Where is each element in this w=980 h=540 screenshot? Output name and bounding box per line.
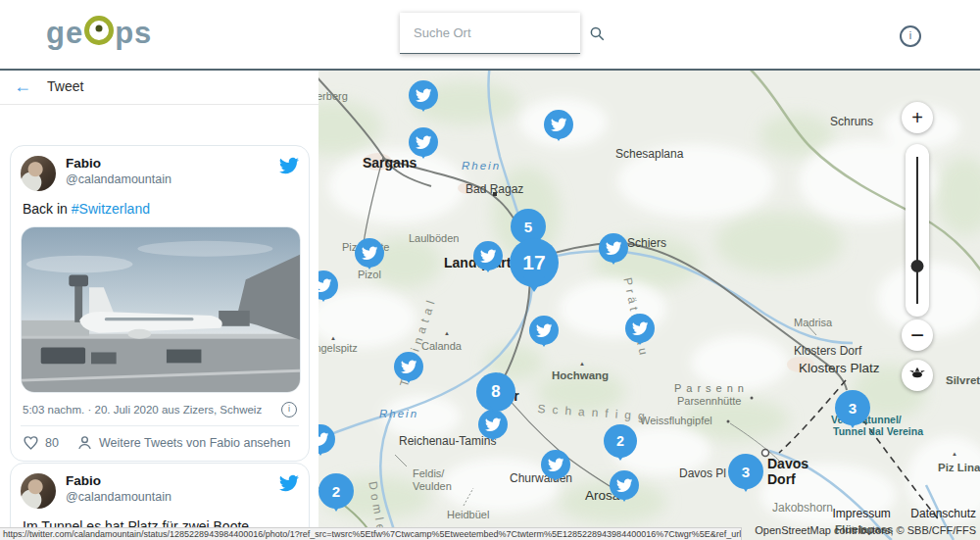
twitter-bird-icon	[480, 248, 497, 265]
zoom-out-button[interactable]: −	[902, 319, 933, 351]
twitter-bird-icon	[616, 477, 633, 494]
datenschutz-link[interactable]: Datenschutz	[910, 507, 976, 520]
avatar[interactable]	[21, 473, 56, 509]
tweet-text: Back in #Switzerland	[23, 201, 297, 217]
tweet-handle[interactable]: @calandamountain	[66, 172, 172, 188]
marker-tail	[538, 338, 550, 350]
twitter-logo-icon[interactable]	[279, 156, 299, 175]
twitter-bird-icon	[548, 457, 564, 473]
map-tweet-marker[interactable]	[529, 316, 559, 345]
tweet-photo[interactable]	[21, 226, 301, 393]
logo-o-icon	[84, 16, 114, 45]
attribution-text: OpenStreetMap contributors, © SBB/CFF/FF…	[755, 523, 976, 537]
search-icon[interactable]	[588, 25, 606, 42]
search-input[interactable]	[412, 25, 588, 41]
logo-text-ge: ge	[46, 16, 83, 50]
twitter-bird-icon	[401, 359, 417, 375]
map[interactable]: erbergSargansRheinRheinBad RagazSchesapl…	[318, 69, 980, 540]
twitter-bird-icon	[536, 322, 553, 339]
marker-tail	[634, 336, 646, 348]
twitter-bird-icon	[551, 117, 567, 133]
twitter-bird-icon	[416, 134, 432, 151]
tweet-info-icon[interactable]: i	[281, 402, 297, 417]
map-tweet-marker[interactable]	[541, 450, 570, 479]
zoom-slider-handle[interactable]	[911, 260, 924, 272]
marker-tail	[613, 451, 627, 464]
marker-tail	[417, 150, 429, 162]
marker-tail	[329, 501, 343, 515]
cluster-count: 17	[522, 251, 545, 274]
map-tweet-marker[interactable]	[355, 238, 384, 268]
marker-tail	[318, 293, 329, 305]
marker-tail	[550, 472, 562, 484]
person-icon[interactable]	[76, 434, 93, 451]
marker-tail	[739, 481, 753, 495]
marker-tail	[846, 417, 859, 431]
marker-tail	[487, 432, 499, 444]
marker-tail	[417, 103, 429, 115]
fly-icon	[908, 365, 926, 387]
map-tweet-marker[interactable]	[409, 80, 438, 110]
twitter-bird-icon	[318, 431, 328, 448]
marker-tail	[482, 264, 494, 275]
twitter-bird-icon	[362, 245, 378, 262]
map-cluster-marker[interactable]: 8	[476, 372, 515, 412]
more-tweets-link[interactable]: Weitere Tweets von Fabio ansehen	[99, 436, 291, 450]
tweet-card: Fabio@calandamountainBack in #Switzerlan…	[10, 145, 310, 462]
impressum-link[interactable]: Impressum	[833, 507, 891, 520]
map-attribution: Impressum Datenschutz OpenStreetMap cont…	[755, 503, 976, 537]
cluster-count: 3	[849, 400, 857, 417]
twitter-logo-icon[interactable]	[279, 473, 299, 493]
marker-tail	[618, 493, 630, 505]
map-tweet-marker[interactable]	[473, 241, 503, 270]
marker-tail	[488, 403, 504, 417]
map-tweet-marker[interactable]	[625, 314, 655, 343]
map-cluster-marker[interactable]: 2	[604, 424, 637, 458]
hashtag-link[interactable]: #Switzerland	[72, 201, 150, 217]
map-cluster-marker[interactable]: 3	[835, 390, 870, 425]
tweet-sidebar: ← Tweet Fabio@calandamountainBack in #Sw…	[0, 69, 318, 540]
back-arrow-icon[interactable]: ←	[14, 77, 31, 95]
sidebar-title: Tweet	[47, 78, 83, 94]
marker-tail	[403, 374, 415, 386]
marker-tail	[523, 276, 545, 295]
tweet-author[interactable]: Fabio	[66, 156, 172, 172]
cluster-count: 3	[742, 464, 750, 480]
map-tweet-marker[interactable]	[409, 127, 438, 157]
marker-tail	[608, 256, 619, 268]
app-header: geps i	[0, 0, 980, 71]
zoom-slider[interactable]	[906, 144, 929, 317]
tweet-author[interactable]: Fabio	[66, 473, 172, 490]
fly-mode-button[interactable]	[902, 360, 933, 391]
map-tweet-marker[interactable]	[544, 110, 573, 139]
sidebar-header: ← Tweet	[0, 69, 318, 105]
cluster-count: 2	[616, 433, 624, 449]
twitter-bird-icon	[416, 87, 432, 104]
zoom-in-button[interactable]: +	[902, 102, 933, 133]
geops-logo[interactable]: geps	[46, 14, 152, 51]
map-tweet-marker[interactable]	[599, 233, 628, 263]
search-box	[400, 13, 580, 54]
map-cluster-marker[interactable]: 3	[728, 454, 763, 489]
twitter-bird-icon	[606, 240, 622, 257]
info-button[interactable]: i	[900, 25, 921, 47]
twitter-bird-icon	[632, 320, 649, 337]
cluster-count: 5	[524, 219, 532, 235]
cluster-count: 8	[491, 382, 500, 402]
avatar[interactable]	[21, 156, 56, 191]
map-tweet-marker[interactable]	[394, 352, 423, 381]
zoom-slider-track	[916, 157, 918, 304]
marker-tail	[553, 132, 564, 144]
tweet-text-segment: Back in	[23, 201, 72, 217]
heart-icon[interactable]	[23, 434, 39, 451]
map-tweet-marker[interactable]	[610, 470, 639, 500]
map-cluster-marker[interactable]: 17	[510, 238, 559, 287]
map-cluster-marker[interactable]: 2	[318, 473, 354, 509]
cluster-count: 2	[332, 483, 340, 500]
marker-tail	[318, 447, 326, 459]
twitter-bird-icon	[318, 277, 331, 294]
browser-status-bar: https://twitter.com/calandamountain/stat…	[0, 527, 742, 540]
tweet-timestamp: 5:03 nachm. · 20. Juli 2020 aus Zizers, …	[23, 404, 262, 416]
like-count: 80	[45, 436, 59, 450]
tweet-handle[interactable]: @calandamountain	[66, 490, 172, 506]
